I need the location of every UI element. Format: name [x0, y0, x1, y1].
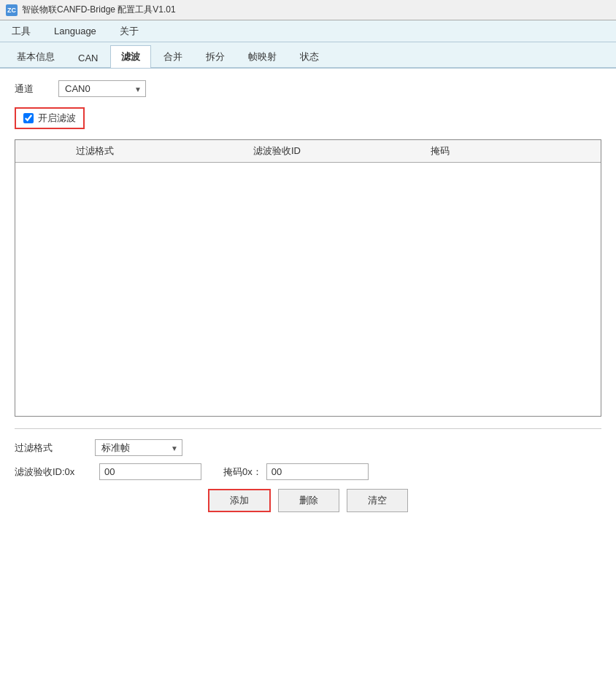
tab-bar: 基本信息 CAN 滤波 合并 拆分 帧映射 状态	[0, 42, 616, 69]
filter-id-input[interactable]	[99, 463, 201, 480]
app-title: 智嵌物联CANFD-Bridge 配置工具V1.01	[22, 4, 176, 16]
tab-merge[interactable]: 合并	[153, 45, 193, 68]
main-content: 通道 CAN0 CAN1 ▼ 开启滤波 过滤格式 滤波验收ID 掩码	[0, 69, 616, 699]
channel-row: 通道 CAN0 CAN1 ▼	[15, 80, 601, 97]
tab-frame-mapping[interactable]: 帧映射	[237, 45, 288, 68]
tab-filter[interactable]: 滤波	[110, 45, 151, 68]
filter-table: 过滤格式 滤波验收ID 掩码	[15, 140, 601, 163]
tab-status[interactable]: 状态	[289, 45, 330, 68]
col-filter-id: 滤波验收ID	[246, 140, 423, 163]
mask-input[interactable]	[266, 463, 369, 480]
add-button[interactable]: 添加	[208, 489, 271, 512]
col-filter-format: 过滤格式	[69, 140, 246, 163]
button-row: 添加 删除 清空	[15, 489, 601, 512]
filter-table-container: 过滤格式 滤波验收ID 掩码	[15, 139, 601, 417]
filter-format-row: 过滤格式 标准帧 扩展帧 ▼	[15, 439, 601, 456]
enable-filter-checkbox[interactable]	[23, 113, 34, 123]
tab-basic-info[interactable]: 基本信息	[6, 45, 66, 68]
filter-id-label: 滤波验收ID:0x	[15, 466, 95, 479]
col-index	[15, 140, 69, 163]
clear-button[interactable]: 清空	[347, 489, 408, 512]
app-icon: ZC	[6, 4, 18, 16]
filter-id-group: 滤波验收ID:0x	[15, 463, 201, 480]
col-mask: 掩码	[423, 140, 601, 163]
filter-format-select-wrapper: 标准帧 扩展帧 ▼	[95, 439, 182, 456]
tab-can[interactable]: CAN	[67, 47, 109, 68]
tab-split[interactable]: 拆分	[195, 45, 236, 68]
menu-language[interactable]: Language	[48, 24, 102, 38]
filter-format-label: 过滤格式	[15, 441, 95, 455]
menu-about[interactable]: 关于	[114, 23, 145, 39]
channel-select-wrapper: CAN0 CAN1 ▼	[58, 80, 146, 97]
channel-select[interactable]: CAN0 CAN1	[58, 80, 146, 97]
mask-group: 掩码0x：	[223, 463, 369, 480]
enable-filter-area: 开启滤波	[15, 107, 85, 129]
divider	[15, 428, 601, 429]
filter-format-select[interactable]: 标准帧 扩展帧	[95, 439, 182, 456]
table-header-row: 过滤格式 滤波验收ID 掩码	[15, 140, 601, 163]
menu-bar: 工具 Language 关于	[0, 20, 616, 42]
channel-label: 通道	[15, 82, 58, 96]
mask-label: 掩码0x：	[223, 466, 262, 479]
id-mask-row: 滤波验收ID:0x 掩码0x：	[15, 463, 601, 480]
delete-button[interactable]: 删除	[278, 489, 339, 512]
menu-tools[interactable]: 工具	[6, 23, 36, 39]
enable-filter-label: 开启滤波	[38, 112, 76, 125]
bottom-form: 过滤格式 标准帧 扩展帧 ▼ 滤波验收ID:0x 掩码0x： 添加	[15, 439, 601, 512]
title-bar: ZC 智嵌物联CANFD-Bridge 配置工具V1.01	[0, 0, 616, 20]
